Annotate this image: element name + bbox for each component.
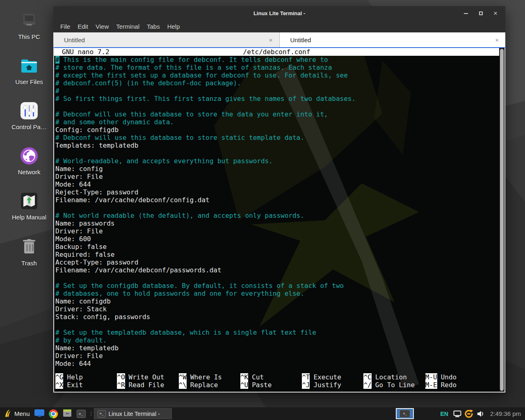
terminal-line: Filename: /var/cache/debconf/passwords.d… (55, 266, 499, 274)
terminal-line: Backup: false (55, 243, 499, 251)
tab-untitled-2[interactable]: Untitled × (280, 32, 506, 47)
desktop-icon-label: Network (18, 169, 40, 176)
desktop-pager-icon (34, 409, 45, 419)
terminal-line: Mode: 644 (55, 180, 499, 188)
terminal-line: # debconf.conf(5) (in the debconf-doc pa… (55, 79, 499, 87)
terminal-line: Templates: templatedb (55, 142, 499, 149)
desktop-icon-control-panel[interactable]: Control Pa… (5, 101, 53, 130)
maximize-button[interactable] (475, 8, 486, 19)
terminal-line: # World-readable, and accepts everything… (55, 157, 499, 165)
nano-shortcut[interactable]: ^\Replace (179, 381, 240, 389)
scrollbar-thumb[interactable] (500, 49, 504, 391)
terminal-line: Name: templatedb (55, 344, 499, 352)
tab-close-icon[interactable]: × (488, 37, 505, 43)
trash-icon (19, 237, 39, 257)
terminal-line: Name: passwords (55, 219, 499, 227)
nano-shortcut[interactable]: ^RRead File (117, 381, 178, 389)
terminal-launcher[interactable]: >_ (75, 408, 87, 419)
file-manager-launcher[interactable] (61, 408, 73, 419)
desktop-icon-label: Help Manual (12, 214, 46, 221)
volume-icon[interactable] (475, 409, 485, 419)
terminal-line: Name: configdb (55, 297, 499, 305)
menu-file[interactable]: File (57, 22, 74, 31)
show-desktop-launcher[interactable] (33, 408, 46, 419)
menu-edit[interactable]: Edit (74, 22, 92, 31)
desktop-icon-user-files[interactable]: User Files (5, 56, 53, 85)
menu-view[interactable]: View (92, 22, 112, 31)
nano-shortcut[interactable]: ^OWrite Out (117, 373, 178, 381)
scrollbar[interactable] (499, 48, 504, 392)
nano-shortcut[interactable]: ^/Go To Line (363, 381, 425, 389)
keyboard-layout-indicator[interactable]: EN (440, 411, 448, 417)
terminal-line (55, 274, 499, 282)
tab-label: Untitled (53, 37, 262, 43)
window-preview-button[interactable]: >_ (396, 408, 414, 419)
nano-shortcut[interactable]: ^JJustify (302, 381, 363, 389)
terminal-line: # databases, one to hold passwords and o… (55, 290, 499, 297)
nano-shortcut[interactable]: ^XExit (55, 381, 117, 389)
display-settings-icon[interactable] (452, 409, 462, 419)
terminal-line: Reject-Type: password (55, 188, 499, 196)
menu-bar: File Edit View Terminal Tabs Help (53, 21, 505, 32)
taskbar-window-label: Linux Lite Terminal - (109, 411, 160, 417)
chrome-icon (49, 409, 58, 418)
terminal-lines: # This is the main config file for debco… (54, 56, 499, 368)
taskbar-window-button[interactable]: >_ Linux Lite Terminal - (94, 408, 172, 419)
taskbar: Menu >_ >_ Linux Lite T (0, 407, 525, 420)
clock[interactable]: 2:49:36 pm (490, 410, 521, 417)
desktop-icon-trash[interactable]: Trash (5, 237, 53, 267)
laptop-icon (19, 11, 39, 30)
tab-close-icon[interactable]: × (262, 37, 279, 43)
terminal-line: # store data. The format of this file is… (55, 64, 499, 71)
desktop-icon-network[interactable]: Network (5, 146, 53, 176)
desktop-icon-label: User Files (15, 78, 43, 85)
nano-shortcut[interactable]: M-UUndo (425, 373, 487, 381)
nano-shortcut[interactable]: ^UPaste (240, 381, 302, 389)
menu-button[interactable]: Menu (2, 407, 32, 420)
terminal-icon: >_ (98, 410, 106, 418)
menu-help[interactable]: Help (164, 22, 184, 31)
terminal-line: Required: false (55, 251, 499, 258)
minimize-button[interactable] (460, 8, 472, 19)
terminal-viewport: GNU nano 7.2 /etc/debconf.conf # This is… (53, 47, 505, 393)
tab-label: Untitled (280, 37, 489, 43)
menu-button-label: Menu (14, 410, 30, 417)
desktop-icon-this-pc[interactable]: This PC (5, 11, 53, 40)
globe-icon (19, 146, 39, 166)
map-book-icon (19, 191, 39, 211)
window-title: Linux Lite Terminal - (253, 10, 305, 16)
nano-shortcut[interactable]: ^TExecute (302, 373, 363, 381)
close-button[interactable]: × (490, 8, 501, 19)
terminal-line: Driver: File (55, 173, 499, 180)
terminal-screen[interactable]: GNU nano 7.2 /etc/debconf.conf # This is… (54, 48, 499, 392)
menu-tabs[interactable]: Tabs (143, 22, 164, 31)
terminal-line: # Set up the configdb database. By defau… (55, 282, 499, 290)
terminal-line: Accept-Type: password (55, 258, 499, 266)
terminal-line: Mode: 644 (55, 360, 499, 368)
terminal-line: # This is the main config file for debco… (55, 56, 499, 64)
terminal-window: Linux Lite Terminal - × File Edit View T… (53, 6, 505, 393)
window-titlebar[interactable]: Linux Lite Terminal - × (53, 6, 505, 21)
nano-shortcut[interactable]: ^CLocation (363, 373, 425, 381)
desktop-icon-help-manual[interactable]: Help Manual (5, 191, 53, 221)
terminal-line (55, 103, 499, 110)
terminal-line: # Debconf will use this database to stor… (55, 110, 499, 118)
terminal-line: # Set up the templatedb database, which … (55, 329, 499, 336)
terminal-line: Driver: File (55, 227, 499, 235)
terminal-icon: >_ (399, 410, 410, 418)
desktop-icon-label: This PC (18, 33, 40, 40)
nano-shortcut[interactable]: ^WWhere Is (179, 373, 240, 381)
nano-shortcut[interactable]: ^KCut (240, 373, 302, 381)
menu-terminal[interactable]: Terminal (112, 22, 143, 31)
window-controls: × (460, 6, 501, 21)
chrome-launcher[interactable] (47, 408, 59, 419)
terminal-line: Driver: File (55, 352, 499, 360)
desktop-icon-label: Trash (21, 260, 37, 267)
terminal-line: # and some other dynamic data. (55, 118, 499, 126)
tab-untitled-1[interactable]: Untitled × (53, 32, 280, 47)
updates-available-icon[interactable] (464, 409, 474, 419)
terminal-icon: >_ (77, 410, 86, 418)
nano-shortcut[interactable]: M-ERedo (425, 381, 487, 389)
nano-shortcut[interactable]: ^GHelp (55, 373, 117, 381)
taskbar-separator (89, 410, 93, 418)
